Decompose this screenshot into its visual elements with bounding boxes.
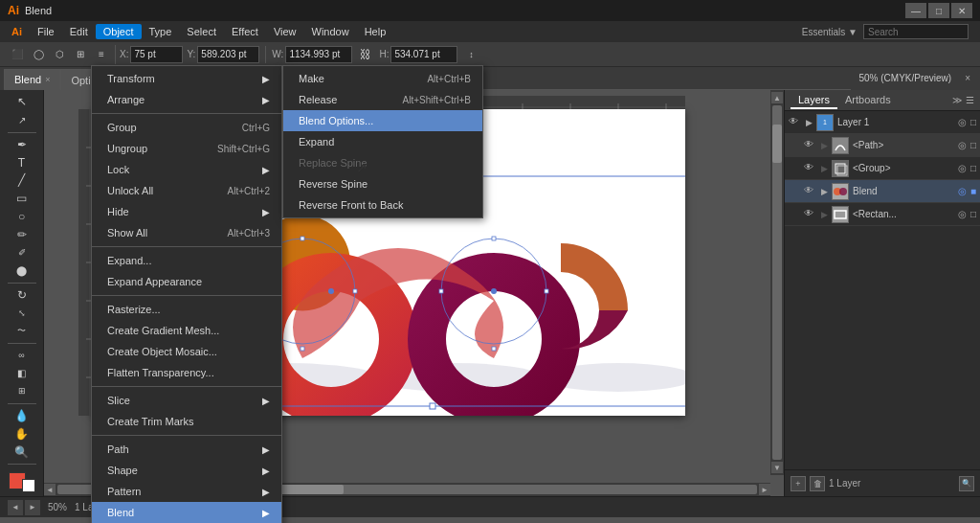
blend-make-shortcut: Alt+Ctrl+B (427, 74, 471, 84)
menu-path-label: Path (107, 443, 129, 455)
menu-lock[interactable]: Lock ▶ (92, 159, 281, 180)
menu-sep-5 (92, 435, 281, 436)
menu-path[interactable]: Path ▶ (92, 439, 281, 460)
blend-reverse-front-label: Reverse Front to Back (299, 199, 403, 211)
menu-expand-label: Expand... (107, 255, 151, 266)
menu-object-mosaic[interactable]: Create Object Mosaic... (92, 341, 281, 362)
blend-release-shortcut: Alt+Shift+Ctrl+B (403, 95, 471, 105)
object-menu: Transform ▶ Arrange ▶ Group Ctrl+G Ungro… (91, 65, 282, 523)
menu-trim-marks[interactable]: Create Trim Marks (92, 411, 281, 432)
menu-ungroup-label: Ungroup (107, 143, 147, 154)
menu-show-all-label: Show All (107, 227, 147, 239)
menu-hide-arrow: ▶ (262, 207, 270, 217)
menu-group-shortcut: Ctrl+G (242, 123, 270, 133)
menu-blend[interactable]: Blend ▶ (92, 502, 281, 523)
blend-replace-spine-label: Replace Spine (299, 157, 368, 169)
menu-shape-arrow: ▶ (262, 466, 270, 476)
menu-slice[interactable]: Slice ▶ (92, 390, 281, 411)
menu-arrange[interactable]: Arrange ▶ (92, 89, 281, 110)
menu-transform-arrow: ▶ (262, 74, 270, 84)
menu-unlock-all[interactable]: Unlock All Alt+Ctrl+2 (92, 180, 281, 201)
menu-pattern-arrow: ▶ (262, 487, 270, 497)
menu-pattern-label: Pattern (107, 486, 141, 497)
menu-show-all-shortcut: Alt+Ctrl+3 (228, 228, 270, 239)
blend-reverse-spine-label: Reverse Spine (299, 178, 368, 190)
menu-gradient-mesh[interactable]: Create Gradient Mesh... (92, 320, 281, 341)
blend-expand[interactable]: Expand (283, 131, 482, 152)
blend-release-label: Release (299, 94, 337, 105)
menu-gradient-mesh-label: Create Gradient Mesh... (107, 325, 219, 336)
blend-options-label: Blend Options... (299, 115, 373, 126)
menu-slice-label: Slice (107, 395, 130, 406)
menu-path-arrow: ▶ (262, 444, 270, 455)
blend-make-label: Make (299, 73, 324, 84)
menu-flatten-transparency[interactable]: Flatten Transparency... (92, 362, 281, 383)
blend-reverse-spine[interactable]: Reverse Spine (283, 173, 482, 194)
menu-blend-arrow: ▶ (262, 508, 270, 518)
menu-hide[interactable]: Hide ▶ (92, 201, 281, 222)
menu-arrange-label: Arrange (107, 94, 145, 105)
menu-transform-label: Transform (107, 73, 155, 84)
menu-expand[interactable]: Expand... (92, 250, 281, 271)
menu-expand-appearance[interactable]: Expand Appearance (92, 271, 281, 292)
menu-pattern[interactable]: Pattern ▶ (92, 481, 281, 502)
menu-show-all[interactable]: Show All Alt+Ctrl+3 (92, 222, 281, 243)
menu-ungroup-shortcut: Shift+Ctrl+G (217, 144, 270, 154)
menu-unlock-all-shortcut: Alt+Ctrl+2 (228, 186, 270, 196)
menu-unlock-all-label: Unlock All (107, 185, 153, 196)
menu-shape[interactable]: Shape ▶ (92, 460, 281, 481)
menu-lock-arrow: ▶ (262, 165, 270, 175)
menu-transform[interactable]: Transform ▶ (92, 68, 281, 89)
menu-shape-label: Shape (107, 465, 138, 476)
blend-expand-label: Expand (299, 136, 334, 148)
menu-lock-label: Lock (107, 164, 129, 175)
menu-object-mosaic-label: Create Object Mosaic... (107, 346, 217, 357)
menu-blend-label: Blend (107, 507, 134, 518)
blend-replace-spine: Replace Spine (283, 152, 482, 173)
blend-make[interactable]: Make Alt+Ctrl+B (283, 68, 482, 89)
menu-expand-appearance-label: Expand Appearance (107, 276, 202, 287)
blend-submenu: Make Alt+Ctrl+B Release Alt+Shift+Ctrl+B… (282, 65, 483, 218)
menu-trim-marks-label: Create Trim Marks (107, 416, 193, 427)
menu-rasterize[interactable]: Rasterize... (92, 299, 281, 320)
menu-sep-3 (92, 295, 281, 296)
menu-sep-1 (92, 113, 281, 114)
menu-group[interactable]: Group Ctrl+G (92, 117, 281, 138)
menu-flatten-transparency-label: Flatten Transparency... (107, 367, 214, 378)
menu-ungroup[interactable]: Ungroup Shift+Ctrl+G (92, 138, 281, 159)
menu-rasterize-label: Rasterize... (107, 304, 161, 315)
menu-hide-label: Hide (107, 206, 129, 217)
menu-arrange-arrow: ▶ (262, 95, 270, 105)
dropdown-overlay[interactable]: Transform ▶ Arrange ▶ Group Ctrl+G Ungro… (0, 0, 980, 523)
blend-options[interactable]: Blend Options... (283, 110, 482, 131)
menu-group-label: Group (107, 122, 137, 133)
blend-release[interactable]: Release Alt+Shift+Ctrl+B (283, 89, 482, 110)
menu-sep-2 (92, 246, 281, 247)
menu-slice-arrow: ▶ (262, 396, 270, 406)
blend-reverse-front[interactable]: Reverse Front to Back (283, 194, 482, 216)
menu-sep-4 (92, 386, 281, 387)
